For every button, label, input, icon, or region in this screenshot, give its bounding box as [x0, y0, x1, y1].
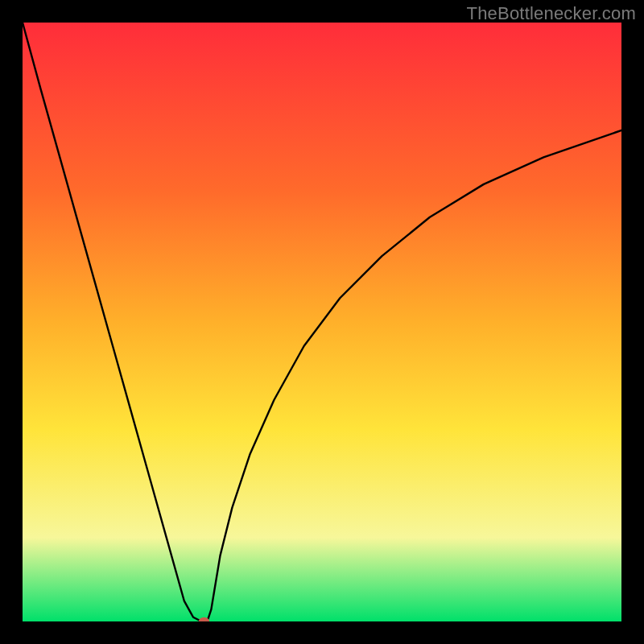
plot-svg [23, 23, 621, 621]
attribution-text: TheBottlenecker.com [467, 3, 636, 24]
plot-area [23, 23, 621, 621]
chart-frame: TheBottlenecker.com [0, 0, 644, 644]
